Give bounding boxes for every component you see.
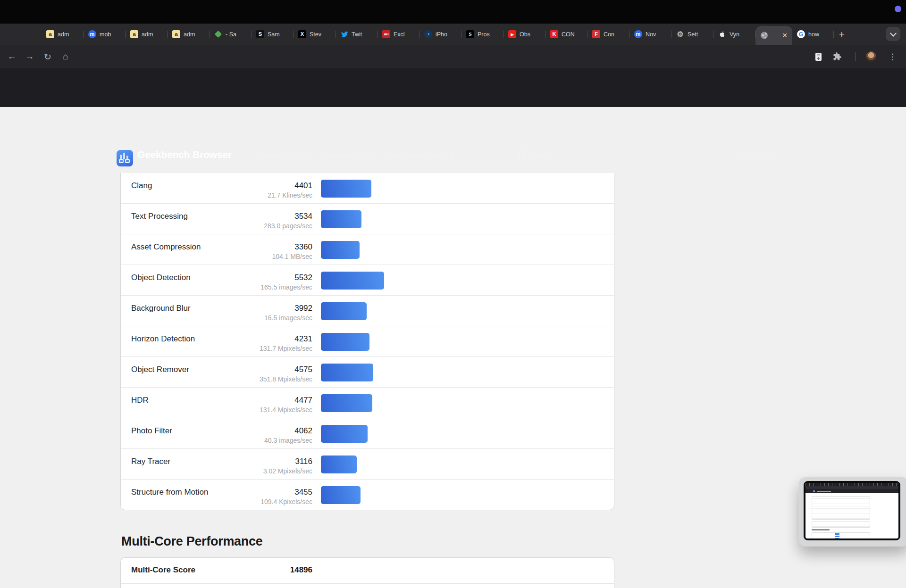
browser-tab[interactable]: SSam (252, 24, 294, 45)
single-core-table: Clang 4401 21.7 Klines/sec Text Processi… (120, 173, 614, 510)
tab-title: CON (562, 31, 584, 38)
browser-tab[interactable]: Twit (336, 24, 378, 45)
search-icon (518, 151, 525, 158)
browser-tab[interactable]: Vyn (713, 24, 755, 45)
benchmark-bar (321, 241, 360, 259)
tab-title: Stev (310, 31, 332, 38)
back-icon[interactable]: ← (4, 45, 20, 68)
benchmark-score: 4062 (121, 426, 312, 436)
monday-icon: m (88, 30, 96, 38)
mini-memory-info-table (812, 522, 870, 528)
f-red-icon: F (592, 30, 600, 38)
nav-item-geekbench-6[interactable]: Geekbench 6 (257, 151, 306, 159)
nav-item-geekbench-ai[interactable]: Geekbench AI (322, 151, 373, 159)
benchmark-rate: 21.7 Klines/sec (121, 191, 312, 199)
account-menu[interactable]: Account (739, 143, 772, 166)
browser-tab[interactable]: AHExcl (378, 24, 419, 45)
tab-title: - Sa (226, 31, 248, 38)
benchmark-score: 3455 (121, 488, 312, 497)
benchmark-row: Background Blur 3992 16.5 images/sec (121, 296, 614, 326)
geekbench-logo-icon[interactable] (117, 150, 133, 166)
benchmark-row: Clang 4401 21.7 Klines/sec (121, 173, 614, 204)
browser-tab[interactable]: SPros (461, 24, 503, 45)
gear-icon: ⚙ (676, 30, 684, 38)
profile-avatar[interactable] (866, 51, 876, 62)
benchmark-rate: 351.8 Mpixels/sec (121, 375, 312, 383)
tab-title: adm (58, 31, 80, 38)
benchmark-bar (321, 394, 372, 412)
mini-site-header (805, 489, 898, 493)
benchmark-bar (321, 272, 384, 290)
benchmark-row: Photo Filter 4062 40.3 images/sec (121, 418, 614, 449)
benchmark-row: Object Remover 4575 351.8 Mpixels/sec (121, 357, 614, 388)
tab-title: Excl (394, 31, 416, 38)
chrome-menu-icon[interactable]: ⋮ (889, 45, 897, 68)
reading-list-icon[interactable] (810, 45, 826, 68)
screen-mirror-thumbnail[interactable] (799, 477, 906, 547)
benchmark-score: 4477 (121, 396, 312, 405)
benchmark-score: 5532 (121, 273, 312, 282)
screen-recording-indicator-dot (895, 6, 901, 12)
window-top-band (0, 0, 906, 24)
benchmark-rate: 283.0 pages/sec (121, 222, 312, 230)
browser-tab[interactable]: KCON (545, 24, 587, 45)
globe-icon (760, 32, 768, 40)
green-diamond-icon (214, 30, 222, 38)
tab-search-button[interactable] (886, 27, 900, 41)
caret-down-icon (451, 154, 454, 157)
browser-tab[interactable]: FCon (587, 24, 629, 45)
benchmark-bar (321, 333, 369, 351)
mini-page-preview (805, 483, 898, 538)
tab-title: Sam (268, 31, 290, 38)
logo-bars (120, 153, 128, 159)
monday-icon: m (634, 30, 642, 38)
mini-score-bars (835, 533, 839, 538)
home-icon[interactable]: ⌂ (58, 45, 74, 68)
browser-tab[interactable]: aadm (126, 24, 168, 45)
forward-icon[interactable]: → (22, 45, 38, 68)
tab-title: Twit (352, 31, 374, 38)
search-label: Search (530, 151, 553, 159)
browser-tab-active[interactable]: ✕ (755, 26, 792, 45)
tab-title: Nov (646, 31, 668, 38)
nav-item-benchmark-charts[interactable]: Benchmark Charts (389, 151, 454, 159)
benchmark-score: 3360 (121, 242, 312, 252)
browser-tab[interactable]: XStev (294, 24, 336, 45)
browser-tab[interactable]: aadm (42, 24, 84, 45)
ah-red-icon: AH (382, 30, 390, 38)
benchmark-row: File Compression 10397 1.46 GB/sec (121, 584, 614, 588)
browser-tab[interactable]: - Sa (210, 24, 252, 45)
twitter-bird-icon (340, 30, 348, 38)
browser-tab[interactable]: ⚙Sett (671, 24, 713, 45)
search-button[interactable]: Search (518, 143, 553, 166)
amazon-a-icon: a (172, 30, 180, 38)
benchmark-rate: 3.02 Mpixels/sec (121, 467, 312, 475)
multi-core-heading: Multi-Core Performance (121, 534, 262, 549)
tab-title: how (808, 31, 830, 38)
benchmark-bar (321, 486, 361, 504)
site-header: Geekbench Browser Geekbench 6Geekbench A… (0, 68, 906, 107)
multi-core-score-row: Multi-Core Score 14896 (121, 558, 614, 584)
browser-tab[interactable]: Ghow (792, 24, 834, 45)
benchmark-row: Asset Compression 3360 104.1 MB/sec (121, 234, 614, 265)
tab-close-icon[interactable]: ✕ (782, 32, 788, 39)
benchmark-score: 3116 (121, 457, 312, 466)
brand-title[interactable]: Geekbench Browser (137, 143, 232, 166)
benchmark-bar (321, 180, 371, 198)
browser-tab[interactable]: aadm (168, 24, 210, 45)
browser-tab[interactable]: ◔iPho (419, 24, 461, 45)
browser-tab[interactable]: mNov (629, 24, 671, 45)
reload-icon[interactable]: ↻ (40, 45, 56, 68)
tab-title: Obs (520, 31, 542, 38)
tab-title: adm (184, 31, 206, 38)
benchmark-rate: 40.3 images/sec (121, 437, 312, 444)
benchmark-row: HDR 4477 131.4 Mpixels/sec (121, 388, 614, 418)
browser-tab[interactable]: ▸Obs (503, 24, 545, 45)
toolbar-divider (855, 52, 856, 61)
benchmark-bar (321, 210, 361, 228)
browser-tab[interactable]: mmob (84, 24, 126, 45)
new-tab-button[interactable]: + (834, 24, 850, 45)
extensions-puzzle-icon[interactable] (829, 45, 845, 68)
tab-strip: aadmmmobaadmaadm- SaSSamXStevTwitAHExcl◔… (0, 24, 906, 45)
caret-down-icon (369, 154, 373, 157)
